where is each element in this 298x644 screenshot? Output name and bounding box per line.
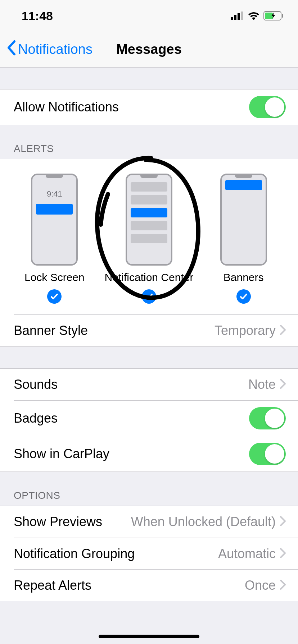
checkmark-icon	[236, 289, 251, 304]
chevron-right-icon	[280, 578, 286, 593]
group-misc: Sounds Note Badges Show in CarPlay	[0, 347, 298, 472]
lock-screen-phone-icon: 9:41	[31, 174, 78, 266]
checkmark-icon	[142, 289, 156, 304]
notification-grouping-row[interactable]: Notification Grouping Automatic	[14, 538, 298, 569]
chevron-right-icon	[280, 546, 286, 561]
svg-rect-0	[231, 17, 233, 20]
badges-row[interactable]: Badges	[14, 400, 298, 436]
allow-notifications-row[interactable]: Allow Notifications	[0, 89, 298, 125]
repeat-alerts-label: Repeat Alerts	[14, 578, 91, 593]
show-previews-row[interactable]: Show Previews When Unlocked (Default)	[0, 506, 298, 538]
allow-notifications-label: Allow Notifications	[14, 100, 119, 115]
svg-rect-5	[282, 14, 283, 18]
banner-style-value: Temporary	[215, 323, 276, 338]
alert-option-notification-center[interactable]: Notification Center	[102, 174, 197, 304]
sounds-label: Sounds	[14, 377, 58, 392]
alerts-options-row: 9:41 Lock Screen Notification Center	[0, 159, 298, 314]
show-previews-value: When Unlocked (Default)	[131, 514, 276, 529]
chevron-right-icon	[280, 377, 286, 392]
alert-option-banners[interactable]: Banners	[196, 174, 291, 304]
svg-rect-3	[241, 12, 243, 20]
badges-toggle[interactable]	[249, 407, 286, 429]
chevron-right-icon	[280, 514, 286, 529]
options-header: OPTIONS	[0, 472, 298, 506]
carplay-row[interactable]: Show in CarPlay	[14, 436, 298, 472]
sounds-value: Note	[248, 377, 276, 392]
carplay-label: Show in CarPlay	[14, 446, 109, 461]
chevron-left-icon	[6, 40, 16, 59]
sounds-row[interactable]: Sounds Note	[0, 369, 298, 400]
group-options: OPTIONS Show Previews When Unlocked (Def…	[0, 472, 298, 601]
status-time: 11:48	[22, 9, 53, 23]
cellular-icon	[231, 12, 244, 20]
show-previews-label: Show Previews	[14, 514, 102, 529]
notification-grouping-value: Automatic	[218, 546, 276, 561]
group-allow: Allow Notifications	[0, 68, 298, 125]
group-alerts: ALERTS 9:41 Lock Screen Notificati	[0, 125, 298, 347]
alerts-header: ALERTS	[0, 125, 298, 159]
checkmark-icon	[47, 289, 62, 304]
carplay-toggle[interactable]	[249, 443, 286, 465]
chevron-right-icon	[280, 323, 286, 338]
status-bar: 11:48	[0, 0, 298, 32]
home-indicator[interactable]	[99, 635, 199, 638]
status-indicators	[231, 11, 284, 20]
nav-bar: Notifications Messages	[0, 32, 298, 68]
alert-label-banners: Banners	[224, 271, 264, 284]
back-button[interactable]: Notifications	[0, 40, 92, 59]
allow-notifications-toggle[interactable]	[249, 96, 286, 118]
wifi-icon	[248, 12, 260, 20]
banner-style-row[interactable]: Banner Style Temporary	[0, 315, 298, 346]
banner-style-label: Banner Style	[14, 323, 88, 338]
alert-label-lock-screen: Lock Screen	[24, 271, 85, 284]
back-label: Notifications	[18, 42, 92, 57]
alert-option-lock-screen[interactable]: 9:41 Lock Screen	[7, 174, 102, 304]
banners-phone-icon	[220, 174, 267, 266]
repeat-alerts-value: Once	[245, 578, 276, 593]
battery-charging-icon	[263, 11, 284, 20]
notification-grouping-label: Notification Grouping	[14, 546, 135, 561]
alert-label-notification-center: Notification Center	[105, 271, 194, 284]
badges-label: Badges	[14, 411, 58, 426]
svg-rect-1	[234, 15, 236, 20]
lock-screen-time: 9:41	[32, 189, 76, 199]
repeat-alerts-row[interactable]: Repeat Alerts Once	[14, 569, 298, 601]
notification-center-phone-icon	[126, 174, 172, 266]
svg-rect-2	[238, 13, 240, 20]
